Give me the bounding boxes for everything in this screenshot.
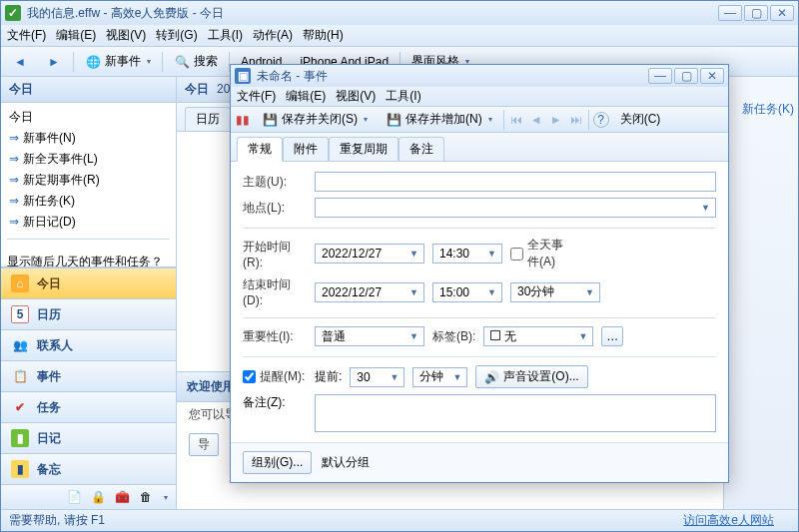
save-add-button[interactable]: 💾保存并增加(N) [379, 108, 499, 131]
maximize-button[interactable]: ▢ [744, 5, 768, 21]
importance-combo[interactable]: 普通▼ [315, 326, 424, 346]
nav-fwd-button[interactable]: ► [39, 51, 69, 73]
side-new-recurring[interactable]: ⇒新定期事件(R) [7, 170, 170, 191]
end-time-picker[interactable]: 15:00▼ [432, 282, 502, 302]
sound-button[interactable]: 🔊声音设置(O)... [475, 365, 587, 388]
nav-tasks[interactable]: ✔任务 [1, 391, 176, 422]
dlg-menu-view[interactable]: 视图(V) [336, 88, 376, 105]
subject-input[interactable] [315, 172, 716, 192]
menu-edit[interactable]: 编辑(E) [56, 27, 96, 44]
end-date-picker[interactable]: 2022/12/27▼ [315, 282, 424, 302]
subject-label: 主题(U): [243, 174, 307, 191]
main-menubar: 文件(F) 编辑(E) 视图(V) 转到(G) 工具(I) 动作(A) 帮助(H… [1, 25, 798, 47]
dialog-icon: ▣ [235, 68, 251, 84]
before-label: 提前: [315, 368, 342, 385]
tag-combo[interactable]: 无▼ [483, 326, 593, 346]
nav-events[interactable]: 📋事件 [1, 360, 176, 391]
dlg-tab-attach[interactable]: 附件 [283, 137, 329, 161]
close-button[interactable]: ✕ [770, 5, 794, 21]
forward-icon: ► [46, 54, 62, 70]
status-link[interactable]: 访问高效e人网站 [683, 512, 774, 529]
sound-icon: 🔊 [484, 370, 499, 384]
nav-today[interactable]: ⌂今日 [1, 267, 176, 298]
dialog-title: 未命名 - 事件 [257, 68, 648, 85]
tag-color-icon [490, 330, 500, 340]
dlg-menu-file[interactable]: 文件(F) [237, 88, 276, 105]
new-task-link[interactable]: 新任务(K) [728, 101, 794, 118]
dlg-close-button[interactable]: 关闭(C) [613, 108, 668, 131]
dialog-minimize[interactable]: — [648, 68, 672, 84]
center-tab-calendar[interactable]: 日历 [185, 107, 231, 131]
nav-contacts[interactable]: 👥联系人 [1, 329, 176, 360]
dlg-tab-recur[interactable]: 重复周期 [329, 137, 399, 161]
app-icon: ✓ [5, 5, 21, 21]
start-time-picker[interactable]: 14:30▼ [432, 244, 502, 264]
nav-notes[interactable]: ▮备忘 [1, 453, 176, 484]
new-event-button[interactable]: 🌐新事件 [78, 50, 158, 73]
help-button[interactable]: ? [593, 112, 609, 128]
tool-icon-2[interactable]: 🔒 [90, 489, 106, 505]
tool-more[interactable] [162, 489, 168, 505]
dlg-menu-edit[interactable]: 编辑(E) [286, 88, 326, 105]
remind-checkbox[interactable]: 提醒(M): [243, 368, 307, 385]
menu-action[interactable]: 动作(A) [253, 27, 293, 44]
center-title: 今日 [185, 81, 209, 98]
location-combo[interactable]: ▼ [315, 198, 716, 218]
nav-diary[interactable]: ▮日记 [1, 422, 176, 453]
end-label: 结束时间(D): [243, 276, 307, 307]
allday-checkbox[interactable]: 全天事件(A) [510, 237, 574, 270]
minimize-button[interactable]: — [718, 5, 742, 21]
dialog-close[interactable]: ✕ [700, 68, 724, 84]
nav-first-button[interactable]: ⏮ [508, 112, 524, 128]
save-add-icon: 💾 [386, 112, 401, 128]
nav-prev-button[interactable]: ◄ [528, 112, 544, 128]
import-button[interactable]: 导 [189, 433, 219, 456]
notes-textarea[interactable] [315, 394, 716, 432]
main-titlebar: ✓ 我的信息.effw - 高效e人免费版 - 今日 — ▢ ✕ [1, 1, 798, 25]
side-group-today[interactable]: 今日 [7, 107, 170, 128]
tool-icon-1[interactable]: 📄 [66, 489, 82, 505]
duration-combo[interactable]: 30分钟▼ [510, 282, 600, 302]
dlg-tab-general[interactable]: 常规 [237, 137, 283, 162]
menu-help[interactable]: 帮助(H) [303, 27, 344, 44]
dialog-maximize[interactable]: ▢ [674, 68, 698, 84]
diary-icon: ▮ [11, 429, 29, 447]
start-date-picker[interactable]: 2022/12/27▼ [315, 244, 424, 264]
side-new-event[interactable]: ⇒新事件(N) [7, 128, 170, 149]
nav-next-button[interactable]: ► [548, 112, 564, 128]
side-new-allday[interactable]: ⇒新全天事件(L) [7, 149, 170, 170]
nav-last-button[interactable]: ⏭ [568, 112, 584, 128]
tool-icon-4[interactable]: 🗑 [138, 489, 154, 505]
dlg-menu-tools[interactable]: 工具(I) [386, 88, 420, 105]
nav-calendar[interactable]: 5日历 [1, 298, 176, 329]
remind-unit-combo[interactable]: 分钟▼ [412, 367, 467, 387]
status-help: 需要帮助, 请按 F1 [9, 512, 105, 529]
statusbar: 需要帮助, 请按 F1 访问高效e人网站 [1, 509, 798, 531]
group-value: 默认分组 [322, 454, 370, 471]
bottom-icon-bar: 📄 🔒 🧰 🗑 [1, 484, 176, 509]
importance-label: 重要性(I): [243, 328, 307, 345]
side-days-label: 显示随后几天的事件和任务？ (S) [7, 254, 170, 267]
chevron-down-icon[interactable]: ▼ [698, 203, 713, 213]
menu-goto[interactable]: 转到(G) [156, 27, 197, 44]
menu-view[interactable]: 视图(V) [106, 27, 146, 44]
menu-file[interactable]: 文件(F) [7, 27, 46, 44]
location-label: 地点(L): [243, 200, 307, 217]
events-icon: 📋 [11, 367, 29, 385]
event-dialog: ▣ 未命名 - 事件 — ▢ ✕ 文件(F) 编辑(E) 视图(V) 工具(I)… [230, 64, 729, 483]
tool-icon-3[interactable]: 🧰 [114, 489, 130, 505]
side-new-task[interactable]: ⇒新任务(K) [7, 191, 170, 212]
chart-icon[interactable]: ▮▮ [235, 112, 251, 128]
calendar-icon: 5 [11, 305, 29, 323]
group-button[interactable]: 组别(G)... [243, 451, 312, 474]
dlg-tab-notes[interactable]: 备注 [399, 137, 444, 161]
search-button[interactable]: 🔍搜索 [167, 50, 225, 73]
menu-tools[interactable]: 工具(I) [208, 27, 243, 44]
home-icon: ⌂ [11, 274, 29, 292]
nav-back-button[interactable]: ◄ [5, 51, 35, 73]
tag-more-button[interactable]: … [601, 326, 623, 346]
remind-num-combo[interactable]: 30▼ [350, 367, 404, 387]
window-title: 我的信息.effw - 高效e人免费版 - 今日 [27, 5, 718, 22]
save-close-button[interactable]: 💾保存并关闭(S) [255, 108, 375, 131]
side-new-diary[interactable]: ⇒新日记(D) [7, 212, 170, 233]
